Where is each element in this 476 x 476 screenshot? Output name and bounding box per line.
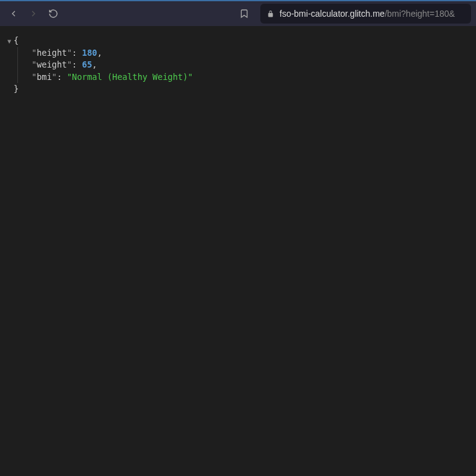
back-button[interactable] — [5, 5, 22, 22]
json-body: "height": 180, "weight": 65, "bmi": "Nor… — [5, 47, 471, 84]
open-brace: { — [14, 35, 19, 47]
reload-button[interactable] — [45, 5, 62, 22]
bookmark-button[interactable] — [236, 5, 253, 22]
close-brace: } — [14, 83, 19, 95]
json-key: bmi — [37, 72, 51, 82]
address-bar[interactable]: fso-bmi-calculator.glitch.me/bmi?height=… — [260, 4, 471, 24]
lock-icon — [267, 10, 275, 18]
json-key: height — [37, 48, 67, 58]
json-open: ▼ { — [5, 35, 471, 47]
collapse-toggle[interactable]: ▼ — [5, 37, 14, 46]
json-entry: "weight": 65, — [5, 59, 471, 71]
json-value: 65 — [82, 60, 92, 69]
forward-button[interactable] — [25, 5, 42, 22]
json-value: 180 — [82, 48, 97, 58]
json-entry: "bmi": "Normal (Healthy Weight)" — [5, 71, 471, 84]
json-entry: "height": 180, — [5, 47, 471, 60]
json-value: "Normal (Healthy Weight)" — [67, 72, 193, 82]
url-path: /bmi?height=180& — [385, 9, 455, 19]
json-key: weight — [37, 60, 67, 69]
browser-toolbar: fso-bmi-calculator.glitch.me/bmi?height=… — [0, 0, 476, 26]
url-text: fso-bmi-calculator.glitch.me/bmi?height=… — [280, 9, 455, 19]
json-viewer: ▼ { "height": 180, "weight": 65, "bmi": … — [0, 26, 476, 104]
json-close: } — [5, 83, 471, 95]
url-host: fso-bmi-calculator.glitch.me — [280, 9, 385, 19]
